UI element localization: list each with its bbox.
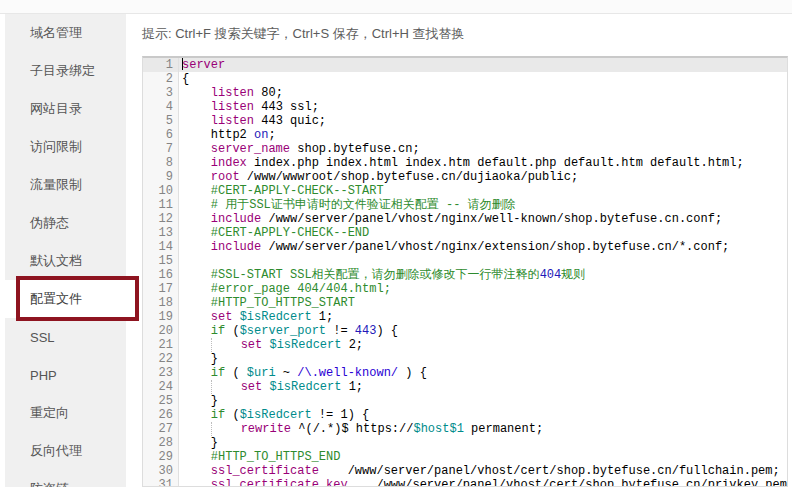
code-content[interactable]: #CERT-APPLY-CHECK--START — [179, 184, 787, 198]
code-line[interactable]: 11 # 用于SSL证书申请时的文件验证相关配置 -- 请勿删除 — [143, 198, 787, 212]
code-line[interactable]: 9 root /www/wwwroot/shop.bytefuse.cn/duj… — [143, 170, 787, 184]
code-token-c: #error_page 404/404.html; — [182, 282, 391, 296]
code-token-k: set — [211, 310, 233, 324]
code-line[interactable]: 29 #HTTP_TO_HTTPS_END — [143, 450, 787, 464]
sidebar-item-rewrite[interactable]: 伪静态 — [5, 204, 126, 242]
sidebar-item-subdir[interactable]: 子目录绑定 — [5, 52, 126, 90]
code-content[interactable]: #SSL-START SSL相关配置，请勿删除或修改下一行带注释的404规则 — [179, 268, 787, 282]
code-content[interactable]: #CERT-APPLY-CHECK--END — [179, 226, 787, 240]
code-content[interactable] — [179, 254, 787, 268]
code-content[interactable]: } — [179, 394, 787, 408]
code-content[interactable]: server_name shop.bytefuse.cn; — [179, 142, 787, 156]
code-token-t — [182, 366, 211, 380]
code-line[interactable]: 27 rewrite ^(/.*)$ https://$host$1 perma… — [143, 422, 787, 436]
code-content[interactable]: include /www/server/panel/vhost/nginx/ex… — [179, 240, 787, 254]
code-line[interactable]: 20 if ($server_port != 443) { — [143, 324, 787, 338]
code-token-k: rewrite — [241, 422, 291, 436]
sidebar-item-reverse-proxy[interactable]: 反向代理 — [5, 432, 126, 470]
code-content[interactable]: } — [179, 352, 787, 366]
code-line[interactable]: 10 #CERT-APPLY-CHECK--START — [143, 184, 787, 198]
code-content[interactable]: listen 80; — [179, 86, 787, 100]
sidebar-item-traffic-limit[interactable]: 流量限制 — [5, 166, 126, 204]
code-line[interactable]: 18 #HTTP_TO_HTTPS_START — [143, 296, 787, 310]
code-content[interactable]: #error_page 404/404.html; — [179, 282, 787, 296]
code-content[interactable]: index index.php index.html index.htm def… — [179, 156, 787, 170]
sidebar-item-label: 默认文档 — [30, 252, 82, 270]
code-line[interactable]: 7 server_name shop.bytefuse.cn; — [143, 142, 787, 156]
code-token-k: listen — [211, 86, 254, 100]
code-content[interactable]: ssl_certificate /www/server/panel/vhost/… — [179, 464, 787, 478]
code-line[interactable]: 30 ssl_certificate /www/server/panel/vho… — [143, 464, 787, 478]
code-token-t — [182, 478, 211, 487]
code-token-t: } — [182, 394, 218, 408]
code-content[interactable]: set $isRedcert 1; — [179, 380, 787, 394]
line-number: 16 — [143, 268, 179, 282]
code-token-k: ssl_certificate — [211, 464, 319, 478]
code-token-v: $isRedcert — [240, 408, 312, 422]
sidebar-item-domain[interactable]: 域名管理 — [5, 14, 126, 52]
line-number: 26 — [143, 408, 179, 422]
code-token-t: ) { — [398, 366, 427, 380]
code-content[interactable]: http2 on; — [179, 128, 787, 142]
code-line[interactable]: 25 } — [143, 394, 787, 408]
code-content[interactable]: #HTTP_TO_HTTPS_END — [179, 450, 787, 464]
code-line[interactable]: 6 http2 on; — [143, 128, 787, 142]
line-number: 14 — [143, 240, 179, 254]
code-content[interactable]: } — [179, 436, 787, 450]
code-token-g — [211, 422, 241, 436]
code-content[interactable]: if ($server_port != 443) { — [179, 324, 787, 338]
code-line[interactable]: 5 listen 443 quic; — [143, 114, 787, 128]
code-token-v: $isRedcert — [240, 310, 312, 324]
code-line[interactable]: 24 set $isRedcert 1; — [143, 380, 787, 394]
sidebar-item-redirect[interactable]: 重定向 — [5, 394, 126, 432]
code-line[interactable]: 22 } — [143, 352, 787, 366]
code-token-t: ~ — [276, 366, 298, 380]
code-line[interactable]: 19 set $isRedcert 1; — [143, 310, 787, 324]
code-line[interactable]: 26 if ($isRedcert != 1) { — [143, 408, 787, 422]
code-content[interactable]: rewrite ^(/.*)$ https://$host$1 permanen… — [179, 422, 787, 436]
code-token-t — [182, 380, 211, 394]
code-content[interactable]: ssl_certificate_key /www/server/panel/vh… — [179, 478, 787, 487]
code-content[interactable]: set $isRedcert 1; — [179, 310, 787, 324]
code-content[interactable]: if ( $uri ~ /\.well-known/ ) { — [179, 366, 787, 380]
sidebar-item-default-doc[interactable]: 默认文档 — [5, 242, 126, 280]
code-line[interactable]: 21 set $isRedcert 2; — [143, 338, 787, 352]
code-content[interactable]: include /www/server/panel/vhost/nginx/we… — [179, 212, 787, 226]
sidebar-item-hotlink[interactable]: 防盗链 — [5, 470, 126, 487]
code-content[interactable]: #HTTP_TO_HTTPS_START — [179, 296, 787, 310]
code-line[interactable]: 23 if ( $uri ~ /\.well-known/ ) { — [143, 366, 787, 380]
code-line[interactable]: 15 — [143, 254, 787, 268]
sidebar-item-access-limit[interactable]: 访问限制 — [5, 128, 126, 166]
sidebar-item-config-file[interactable]: 配置文件 — [5, 280, 126, 318]
code-token-a: on — [254, 128, 268, 142]
code-line[interactable]: 28 } — [143, 436, 787, 450]
code-content[interactable]: if ($isRedcert != 1) { — [179, 408, 787, 422]
code-content[interactable]: root /www/wwwroot/shop.bytefuse.cn/dujia… — [179, 170, 787, 184]
code-line[interactable]: 12 include /www/server/panel/vhost/nginx… — [143, 212, 787, 226]
code-content[interactable]: listen 443 quic; — [179, 114, 787, 128]
sidebar-item-ssl[interactable]: SSL — [5, 318, 126, 356]
code-token-t — [182, 100, 211, 114]
sidebar-item-site-dir[interactable]: 网站目录 — [5, 90, 126, 128]
code-line[interactable]: 2{ — [143, 72, 787, 86]
code-line[interactable]: 31 ssl_certificate_key /www/server/panel… — [143, 478, 787, 487]
code-content[interactable]: # 用于SSL证书申请时的文件验证相关配置 -- 请勿删除 — [179, 198, 787, 212]
code-line[interactable]: 3 listen 80; — [143, 86, 787, 100]
code-token-t — [182, 86, 211, 100]
code-content[interactable]: set $isRedcert 2; — [179, 338, 787, 352]
sidebar-item-label: 子目录绑定 — [30, 62, 95, 80]
sidebar-item-php[interactable]: PHP — [5, 356, 126, 394]
code-content[interactable]: { — [179, 72, 787, 86]
code-line[interactable]: 8 index index.php index.html index.htm d… — [143, 156, 787, 170]
code-content[interactable]: listen 443 ssl; — [179, 100, 787, 114]
code-line[interactable]: 13 #CERT-APPLY-CHECK--END — [143, 226, 787, 240]
code-line[interactable]: 17 #error_page 404/404.html; — [143, 282, 787, 296]
code-line[interactable]: 1server — [143, 58, 787, 72]
sidebar-item-label: 访问限制 — [30, 138, 82, 156]
code-token-t: 1; — [312, 310, 334, 324]
config-editor[interactable]: 1server2{3 listen 80;4 listen 443 ssl;5 … — [142, 56, 788, 487]
code-line[interactable]: 14 include /www/server/panel/vhost/nginx… — [143, 240, 787, 254]
code-line[interactable]: 16 #SSL-START SSL相关配置，请勿删除或修改下一行带注释的404规… — [143, 268, 787, 282]
code-content[interactable]: server — [179, 58, 787, 72]
code-line[interactable]: 4 listen 443 ssl; — [143, 100, 787, 114]
